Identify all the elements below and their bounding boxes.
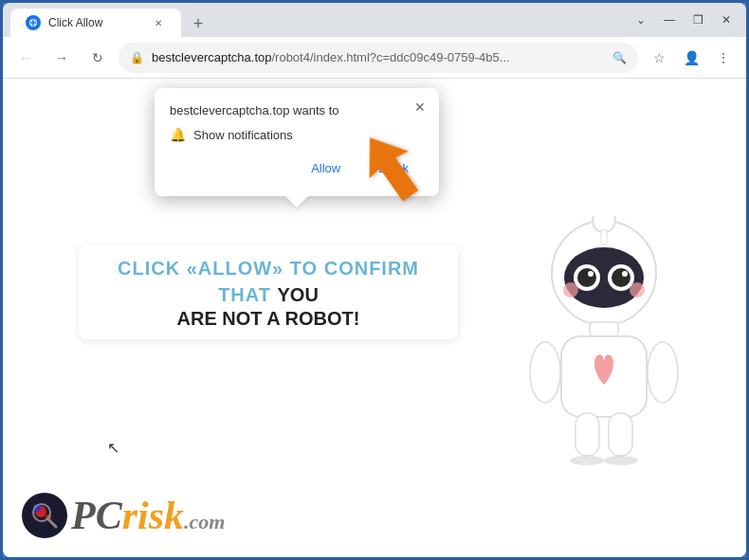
toolbar: ← → ↻ 🔒 bestclevercaptcha.top/robot4/ind…: [3, 37, 746, 79]
svg-point-3: [593, 216, 615, 232]
pcrisk-icon: [22, 493, 67, 538]
back-button[interactable]: ←: [10, 43, 41, 73]
bell-icon: 🔔: [170, 127, 186, 142]
profile-button[interactable]: 👤: [676, 43, 706, 73]
svg-point-7: [577, 268, 596, 287]
com-text: .com: [184, 510, 225, 533]
pc-text: PC: [71, 494, 122, 537]
lock-icon: 🔒: [130, 51, 144, 64]
arrow-overlay: [354, 126, 429, 215]
url-path: /robot4/index.html?c=ddc09c49-0759-4b5..…: [271, 50, 509, 64]
svg-point-21: [604, 456, 638, 465]
chevron-down-button[interactable]: ⌄: [629, 8, 653, 32]
mouse-cursor: ↖: [107, 439, 119, 457]
refresh-button[interactable]: ↻: [82, 43, 113, 73]
tab-title: Click Allow: [48, 16, 143, 29]
svg-rect-14: [590, 322, 618, 336]
notification-label: Show notifications: [193, 128, 293, 142]
svg-rect-4: [601, 230, 607, 244]
popup-tail: [285, 196, 308, 208]
captcha-text-box: CLICK «ALLOW» TO CONFIRM THAT YOU ARE NO…: [79, 244, 458, 339]
maximize-button[interactable]: ❒: [685, 8, 710, 32]
forward-button[interactable]: →: [46, 43, 77, 73]
captcha-colored-text: CLICK «ALLOW» TO CONFIRM THAT: [118, 258, 419, 305]
pcrisk-logo: PCrisk.com: [22, 493, 225, 538]
title-bar: Click Allow ✕ + ⌄ — ❒ ✕: [3, 3, 746, 37]
orange-arrow-icon: [354, 126, 429, 211]
bookmark-star-button[interactable]: ☆: [644, 43, 674, 73]
svg-point-11: [622, 271, 628, 277]
captcha-line2: ARE NOT A ROBOT!: [177, 308, 360, 330]
search-icon: 🔍: [612, 51, 627, 64]
url-display: bestclevercaptcha.top/robot4/index.html?…: [152, 50, 605, 64]
tab-strip: Click Allow ✕ +: [10, 3, 621, 37]
tab-favicon: [26, 15, 41, 30]
svg-point-8: [588, 271, 594, 277]
tab-close-button[interactable]: ✕: [151, 15, 166, 30]
risk-text: risk: [122, 494, 184, 537]
browser-window: Click Allow ✕ + ⌄ — ❒ ✕ ← → ↻ 🔒 bestclev…: [3, 3, 746, 557]
robot-illustration: [509, 216, 699, 481]
pcrisk-icon-svg: [27, 498, 62, 533]
minimize-button[interactable]: —: [657, 8, 682, 32]
robot-svg: [509, 216, 699, 481]
svg-point-20: [570, 456, 604, 465]
popup-close-button[interactable]: ✕: [411, 98, 429, 117]
new-tab-button[interactable]: +: [185, 10, 211, 37]
page-content: ✕ bestclevercaptcha.top wants to 🔔 Show …: [3, 79, 746, 557]
svg-point-10: [612, 268, 630, 287]
svg-point-16: [530, 342, 560, 403]
menu-button[interactable]: ⋮: [708, 43, 739, 73]
svg-point-12: [563, 282, 578, 298]
address-bar[interactable]: 🔒 bestclevercaptcha.top/robot4/index.htm…: [119, 43, 638, 73]
svg-rect-18: [575, 413, 599, 456]
url-domain: bestclevercaptcha.top: [152, 50, 271, 64]
svg-marker-1: [354, 126, 429, 209]
allow-button[interactable]: Allow: [296, 155, 356, 181]
svg-rect-19: [609, 413, 632, 456]
pcrisk-text: PCrisk.com: [71, 496, 225, 535]
svg-point-13: [630, 282, 645, 298]
svg-point-17: [648, 342, 678, 403]
window-controls: ⌄ — ❒ ✕: [629, 8, 739, 32]
captcha-line1: CLICK «ALLOW» TO CONFIRM THAT YOU: [94, 255, 443, 308]
active-tab[interactable]: Click Allow ✕: [10, 9, 181, 37]
captcha-black-text: YOU: [278, 284, 319, 305]
close-button[interactable]: ✕: [714, 8, 739, 32]
toolbar-actions: ☆ 👤 ⋮: [644, 43, 739, 73]
popup-title: bestclevercaptcha.top wants to: [170, 103, 424, 117]
